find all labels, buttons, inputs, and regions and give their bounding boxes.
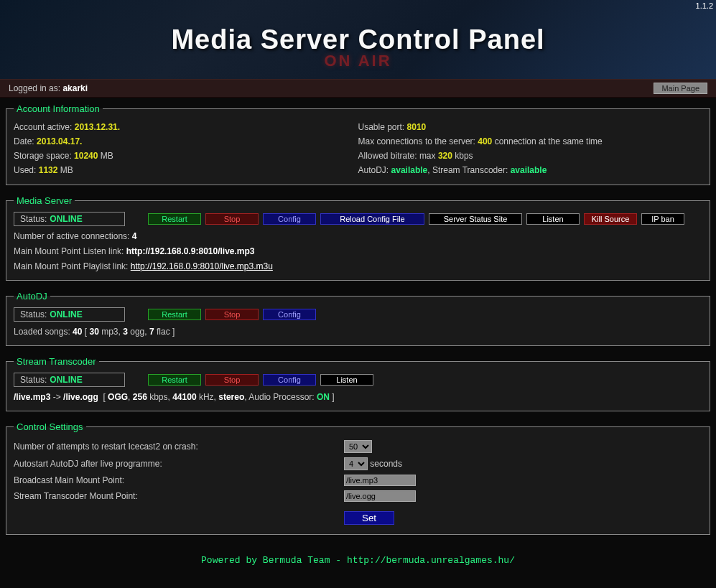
transcoder-mount-label: Stream Transcoder Mount Point: <box>14 488 344 504</box>
login-bar: Logged in as: akarki Main Page <box>0 79 716 98</box>
max-connections: 400 <box>478 136 492 146</box>
autostart-delay-select[interactable]: 4 <box>344 457 368 470</box>
broadcast-mount-label: Broadcast Main Mount Point: <box>14 472 344 488</box>
storage-space: 10240 <box>74 151 98 161</box>
ip-ban-button[interactable]: IP ban <box>641 213 684 225</box>
media-restart-button[interactable]: Restart <box>148 213 201 225</box>
autodj-status: Status: ONLINE <box>14 307 125 322</box>
media-reload-button[interactable]: Reload Config File <box>320 213 424 225</box>
control-settings-legend: Control Settings <box>14 421 86 432</box>
route-source: /live.mp3 <box>14 392 50 402</box>
transcoder-status: Status: ONLINE <box>14 373 125 387</box>
autodj-stop-button[interactable]: Stop <box>205 309 259 320</box>
storage-used: 1132 <box>39 165 58 175</box>
username: akarki <box>62 83 88 93</box>
kill-source-button[interactable]: Kill Source <box>584 213 637 225</box>
autodj-config-button[interactable]: Config <box>263 309 316 320</box>
listen-link: http://192.168.0.9:8010/live.mp3 <box>126 246 255 256</box>
transcoder-legend: Stream Transcoder <box>14 356 99 367</box>
version-label: 1.1.2 <box>696 1 713 10</box>
usable-port: 8010 <box>407 122 427 132</box>
transcoder-listen-button[interactable]: Listen <box>320 374 373 386</box>
autostart-label: Autostart AutoDJ after live programme: <box>14 455 344 472</box>
broadcast-mount-input[interactable] <box>344 475 416 486</box>
transcoder-panel: Stream Transcoder Status: ONLINE Restart… <box>6 356 710 411</box>
server-status-site-button[interactable]: Server Status Site <box>429 213 522 225</box>
account-info-legend: Account Information <box>14 103 103 114</box>
autodj-legend: AutoDJ <box>14 291 50 302</box>
account-active-date: 2013.12.31. <box>75 122 120 132</box>
logged-in-text: Logged in as: akarki <box>9 83 88 93</box>
page-title: Media Server Control Panel <box>171 24 544 55</box>
allowed-bitrate: 320 <box>438 151 452 161</box>
autodj-available: available <box>391 165 428 175</box>
loaded-songs-count: 40 <box>73 327 82 337</box>
set-button[interactable]: Set <box>344 511 394 525</box>
playlist-link[interactable]: http://192.168.0.9:8010/live.mp3.m3u <box>131 261 273 271</box>
autodj-panel: AutoDJ Status: ONLINE Restart Stop Confi… <box>6 291 710 346</box>
media-config-button[interactable]: Config <box>263 213 316 225</box>
transcoder-available: available <box>511 165 547 175</box>
media-server-panel: Media Server Status: ONLINE Restart Stop… <box>6 195 710 281</box>
media-stop-button[interactable]: Stop <box>205 213 259 225</box>
route-dest: /live.ogg <box>63 392 98 402</box>
media-server-status: Status: ONLINE <box>14 212 125 226</box>
active-connections: 4 <box>132 231 137 241</box>
control-settings-panel: Control Settings Number of attempts to r… <box>6 421 710 535</box>
restart-attempts-select[interactable]: 50 <box>344 440 372 453</box>
on-air-label: ON AIR <box>324 52 391 70</box>
transcoder-mount-input[interactable] <box>344 490 416 502</box>
autodj-restart-button[interactable]: Restart <box>148 309 201 320</box>
footer-link[interactable]: http://bermuda.unrealgames.hu/ <box>347 555 515 566</box>
media-listen-button[interactable]: Listen <box>526 213 580 225</box>
account-date: 2013.04.17. <box>37 136 82 146</box>
footer: Powered by Bermuda Team - http://bermuda… <box>0 551 716 570</box>
transcoder-restart-button[interactable]: Restart <box>148 374 201 386</box>
transcoder-stop-button[interactable]: Stop <box>205 374 259 386</box>
main-page-button[interactable]: Main Page <box>654 83 707 94</box>
audio-processor-status: ON <box>317 392 330 402</box>
restart-attempts-label: Number of attempts to restart Icecast2 o… <box>14 438 344 455</box>
transcoder-config-button[interactable]: Config <box>263 374 316 386</box>
account-info-panel: Account Information Account active: 2013… <box>6 103 710 185</box>
media-server-legend: Media Server <box>14 195 75 206</box>
header-banner: 1.1.2 Media Server Control Panel ON AIR <box>0 0 716 79</box>
